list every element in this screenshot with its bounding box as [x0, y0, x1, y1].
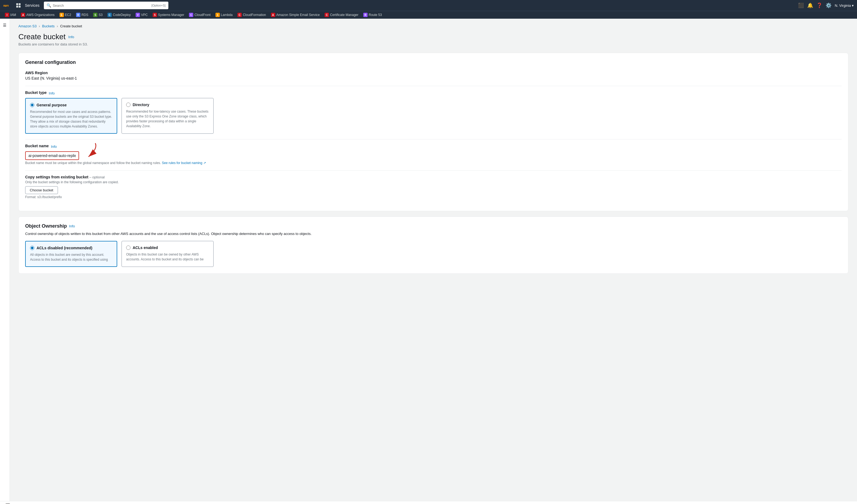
acls-disabled-label: ACLs disabled (recommended) — [36, 246, 92, 250]
page-subtitle: Buckets are containers for data stored i… — [18, 42, 848, 46]
footer: ⬛ CloudShell Feedback © 2024, Amazon Web… — [0, 501, 857, 504]
hamburger-icon: ☰ — [3, 23, 6, 27]
copy-settings-section: Copy settings from existing bucket – opt… — [25, 175, 842, 199]
shortcut-codedeploy[interactable]: C CodeDeploy — [106, 12, 132, 18]
bucket-naming-rules-link[interactable]: See rules for bucket naming ↗ — [162, 161, 206, 165]
breadcrumb-s3[interactable]: Amazon S3 — [18, 24, 36, 28]
general-purpose-desc: Recommended for most use cases and acces… — [30, 110, 112, 129]
object-ownership-card: Object Ownership Info Control ownership … — [18, 217, 848, 274]
acls-enabled-desc: Objects in this bucket can be owned by o… — [126, 252, 209, 262]
search-input[interactable] — [53, 3, 150, 7]
acls-disabled-header: ACLs disabled (recommended) — [30, 246, 112, 250]
acls-enabled-option[interactable]: ACLs enabled Objects in this bucket can … — [121, 241, 214, 267]
shortcut-ses[interactable]: A Amazon Simple Email Service — [269, 12, 322, 18]
ses-icon: A — [271, 13, 275, 17]
page-info-link[interactable]: Info — [68, 35, 74, 39]
region-selector[interactable]: N. Virginia ▾ — [835, 3, 854, 7]
systems-manager-icon: S — [153, 13, 157, 17]
shortcut-ec2[interactable]: E EC2 — [58, 12, 73, 18]
aws-org-icon: A — [21, 13, 25, 17]
aws-logo[interactable]: aws — [3, 2, 13, 9]
shortcut-aws-org-label: AWS Organizations — [26, 13, 54, 17]
acls-enabled-radio[interactable] — [126, 246, 131, 250]
cloud-upload-icon[interactable]: ⬛ — [798, 2, 804, 9]
shortcut-cloudfront[interactable]: C CloudFront — [187, 12, 212, 18]
nav-right: ⬛ 🔔 ❓ ⚙️ N. Virginia ▾ — [798, 2, 854, 9]
shortcut-route53[interactable]: R Route 53 — [362, 12, 384, 18]
bucket-name-input-wrapper: ai-powered-email-auto-replies — [25, 151, 79, 160]
directory-header: Directory — [126, 103, 209, 107]
shortcuts-bar: I IAM A AWS Organizations E EC2 R RDS S … — [0, 11, 857, 19]
shortcut-cloudformation-label: CloudFormation — [243, 13, 266, 17]
aws-region-value: US East (N. Virginia) us-east-1 — [25, 76, 842, 80]
vpc-icon: V — [136, 13, 140, 17]
cloudformation-icon: C — [237, 13, 242, 17]
breadcrumb-buckets[interactable]: Buckets — [42, 24, 55, 28]
aws-region-section: AWS Region US East (N. Virginia) us-east… — [25, 71, 842, 80]
bucket-name-input[interactable]: ai-powered-email-auto-replies — [25, 151, 79, 160]
acls-disabled-option[interactable]: ACLs disabled (recommended) All objects … — [25, 241, 117, 267]
grid-menu-icon[interactable] — [16, 3, 20, 7]
general-purpose-header: General purpose — [30, 103, 112, 107]
route53-icon: R — [363, 13, 368, 17]
general-config-card: General configuration AWS Region US East… — [18, 53, 848, 211]
choose-bucket-button[interactable]: Choose bucket — [25, 186, 58, 194]
bucket-type-options: General purpose Recommended for most use… — [25, 98, 842, 134]
s3-icon: S — [93, 13, 98, 17]
bell-icon[interactable]: 🔔 — [807, 2, 813, 9]
object-ownership-desc: Control ownership of objects written to … — [25, 231, 842, 237]
page-title: Create bucket — [18, 33, 66, 41]
rds-icon: R — [76, 13, 80, 17]
acls-enabled-label: ACLs enabled — [133, 246, 158, 250]
acls-disabled-desc: All objects in this bucket are owned by … — [30, 252, 112, 262]
main-wrapper: ☰ Amazon S3 › Buckets › Create bucket Cr… — [0, 19, 857, 501]
shortcut-cert-manager[interactable]: C Certificate Manager — [323, 12, 360, 18]
general-purpose-radio[interactable] — [30, 103, 34, 107]
lambda-icon: λ — [216, 13, 220, 17]
bucket-type-label-row: Bucket type Info — [25, 90, 842, 96]
help-icon[interactable]: ❓ — [817, 2, 822, 9]
general-config-title: General configuration — [25, 60, 842, 65]
directory-label: Directory — [133, 103, 149, 107]
breadcrumb-sep-2: › — [57, 24, 58, 28]
bucket-type-info-link[interactable]: Info — [49, 91, 55, 95]
shortcut-systems-manager[interactable]: S Systems Manager — [151, 12, 186, 18]
services-menu[interactable]: Services — [23, 2, 42, 9]
acls-disabled-radio[interactable] — [30, 246, 34, 250]
content-area: Amazon S3 › Buckets › Create bucket Crea… — [10, 19, 857, 501]
cloudfront-icon: C — [189, 13, 193, 17]
shortcut-systems-manager-label: Systems Manager — [158, 13, 184, 17]
shortcut-rds[interactable]: R RDS — [74, 12, 90, 18]
shortcut-vpc-label: VPC — [141, 13, 148, 17]
bucket-type-label: Bucket type — [25, 90, 47, 95]
format-hint: Format: s3://bucket/prefix — [25, 195, 842, 199]
shortcut-codedeploy-label: CodeDeploy — [113, 13, 131, 17]
acls-enabled-header: ACLs enabled — [126, 246, 209, 250]
shortcut-iam[interactable]: I IAM — [3, 12, 18, 18]
bucket-type-directory[interactable]: Directory Recommended for low-latency us… — [121, 98, 214, 134]
directory-radio[interactable] — [126, 103, 131, 107]
breadcrumb-sep-1: › — [39, 24, 40, 28]
bucket-name-info-link[interactable]: Info — [51, 145, 57, 149]
cert-manager-icon: C — [324, 13, 329, 17]
shortcut-vpc[interactable]: V VPC — [134, 12, 149, 18]
object-ownership-info-link[interactable]: Info — [69, 224, 75, 228]
optional-badge: – optional — [89, 175, 104, 179]
shortcut-aws-org[interactable]: A AWS Organizations — [19, 12, 56, 18]
ownership-type-options: ACLs disabled (recommended) All objects … — [25, 241, 842, 267]
shortcut-s3[interactable]: S S3 — [91, 12, 104, 18]
settings-icon[interactable]: ⚙️ — [826, 2, 831, 9]
sidebar-toggle[interactable]: ☰ — [0, 19, 10, 501]
shortcut-route53-label: Route 53 — [369, 13, 382, 17]
object-ownership-title: Object Ownership — [25, 223, 67, 229]
shortcut-cloudformation[interactable]: C CloudFormation — [236, 12, 267, 18]
shortcut-lambda[interactable]: λ Lambda — [214, 12, 234, 18]
bucket-type-general-purpose[interactable]: General purpose Recommended for most use… — [25, 98, 117, 134]
bucket-name-hint: Bucket name must be unique within the gl… — [25, 161, 842, 165]
iam-icon: I — [5, 13, 9, 17]
svg-text:aws: aws — [3, 4, 9, 7]
services-label: Services — [25, 3, 39, 7]
breadcrumb: Amazon S3 › Buckets › Create bucket — [18, 24, 848, 28]
copy-settings-title: Copy settings from existing bucket – opt… — [25, 175, 842, 179]
search-icon: 🔍 — [47, 3, 51, 7]
